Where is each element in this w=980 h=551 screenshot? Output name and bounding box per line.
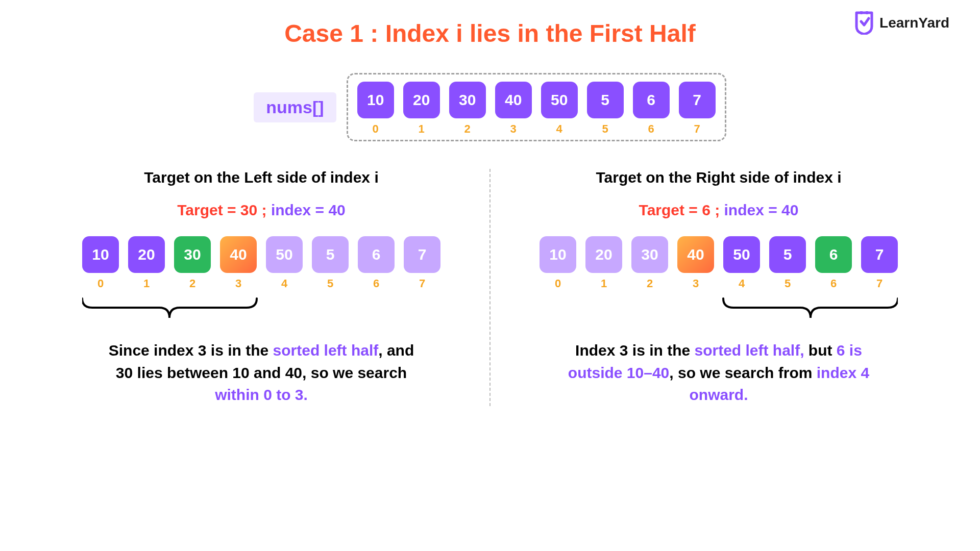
array-cell: 77 (861, 236, 898, 290)
columns-wrapper: Target on the Left side of index i Targe… (0, 169, 980, 406)
svg-rect-1 (866, 11, 868, 14)
array-cell: 66 (815, 236, 852, 290)
cell-value: 10 (82, 236, 119, 273)
array-cell: 403 (495, 82, 532, 136)
cell-index: 3 (235, 277, 241, 290)
cell-index: 2 (464, 122, 471, 136)
cell-value: 6 (815, 236, 852, 273)
cell-value: 20 (128, 236, 165, 273)
cell-index: 6 (830, 277, 837, 290)
cell-value: 50 (723, 236, 760, 273)
left-explain: Since index 3 is in the sorted left half… (98, 339, 425, 406)
left-heading: Target on the Left side of index i (144, 169, 378, 186)
array-cell: 100 (82, 236, 119, 290)
cell-index: 6 (373, 277, 379, 290)
cell-value: 50 (266, 236, 303, 273)
array-cell: 77 (679, 82, 716, 136)
cell-value: 40 (220, 236, 257, 273)
left-target-purple: index = 40 (271, 202, 346, 218)
cell-index: 2 (647, 277, 653, 290)
right-target-red: Target = 6 ; (639, 202, 724, 218)
logo-icon (854, 11, 874, 35)
cell-index: 6 (648, 122, 654, 136)
cell-index: 0 (555, 277, 561, 290)
left-column: Target on the Left side of index i Targe… (38, 169, 484, 406)
page-title: Case 1 : Index i lies in the First Half (0, 19, 980, 47)
cell-index: 7 (694, 122, 700, 136)
cell-index: 7 (876, 277, 883, 290)
brand-logo: LearnYard (854, 11, 949, 35)
array-cell: 302 (174, 236, 211, 290)
left-brace (82, 295, 440, 324)
cell-index: 2 (189, 277, 195, 290)
top-array-container: 100201302403504556677 (347, 73, 726, 141)
cell-value: 6 (633, 82, 670, 118)
cell-value: 30 (631, 236, 668, 273)
top-array-row: nums[] 100201302403504556677 (0, 73, 980, 141)
array-cell: 77 (404, 236, 440, 290)
cell-index: 3 (693, 277, 699, 290)
cell-index: 5 (327, 277, 333, 290)
cell-value: 50 (541, 82, 578, 118)
right-brace (540, 295, 898, 324)
cell-index: 5 (602, 122, 608, 136)
cell-value: 20 (585, 236, 622, 273)
cell-value: 40 (495, 82, 532, 118)
array-cell: 403 (220, 236, 257, 290)
cell-value: 40 (677, 236, 714, 273)
array-cell: 302 (449, 82, 486, 136)
array-cell: 66 (358, 236, 395, 290)
array-cell: 504 (266, 236, 303, 290)
cell-value: 20 (403, 82, 440, 118)
right-heading: Target on the Right side of index i (596, 169, 841, 186)
svg-rect-0 (860, 11, 863, 14)
brand-name: LearnYard (879, 15, 949, 31)
array-cell: 201 (128, 236, 165, 290)
array-cell: 403 (677, 236, 714, 290)
cell-value: 10 (357, 82, 394, 118)
cell-value: 7 (679, 82, 716, 118)
cell-value: 5 (769, 236, 806, 273)
left-target-red: Target = 30 ; (177, 202, 271, 218)
right-array: 100201302403504556677 (540, 236, 898, 290)
vertical-divider (489, 169, 491, 406)
cell-index: 3 (510, 122, 517, 136)
right-target-purple: index = 40 (724, 202, 799, 218)
cell-index: 1 (601, 277, 607, 290)
array-cell: 55 (769, 236, 806, 290)
cell-value: 5 (587, 82, 624, 118)
cell-index: 0 (97, 277, 104, 290)
cell-value: 30 (174, 236, 211, 273)
cell-index: 4 (281, 277, 287, 290)
cell-index: 7 (419, 277, 425, 290)
left-array: 100201302403504556677 (82, 236, 440, 290)
array-cell: 201 (403, 82, 440, 136)
cell-index: 4 (739, 277, 745, 290)
cell-index: 4 (556, 122, 562, 136)
array-cell: 55 (312, 236, 349, 290)
cell-value: 7 (404, 236, 440, 273)
cell-value: 30 (449, 82, 486, 118)
array-cell: 302 (631, 236, 668, 290)
nums-label: nums[] (254, 92, 336, 122)
cell-value: 5 (312, 236, 349, 273)
cell-value: 6 (358, 236, 395, 273)
cell-value: 7 (861, 236, 898, 273)
right-column: Target on the Right side of index i Targ… (496, 169, 942, 406)
array-cell: 504 (541, 82, 578, 136)
cell-index: 1 (143, 277, 150, 290)
left-target-line: Target = 30 ; index = 40 (177, 202, 346, 219)
cell-value: 10 (540, 236, 576, 273)
array-cell: 100 (540, 236, 576, 290)
array-cell: 201 (585, 236, 622, 290)
cell-index: 1 (419, 122, 425, 136)
right-target-line: Target = 6 ; index = 40 (639, 202, 799, 219)
array-cell: 66 (633, 82, 670, 136)
cell-index: 5 (785, 277, 791, 290)
array-cell: 100 (357, 82, 394, 136)
array-cell: 504 (723, 236, 760, 290)
right-explain: Index 3 is in the sorted left half, but … (555, 339, 882, 406)
cell-index: 0 (373, 122, 379, 136)
array-cell: 55 (587, 82, 624, 136)
